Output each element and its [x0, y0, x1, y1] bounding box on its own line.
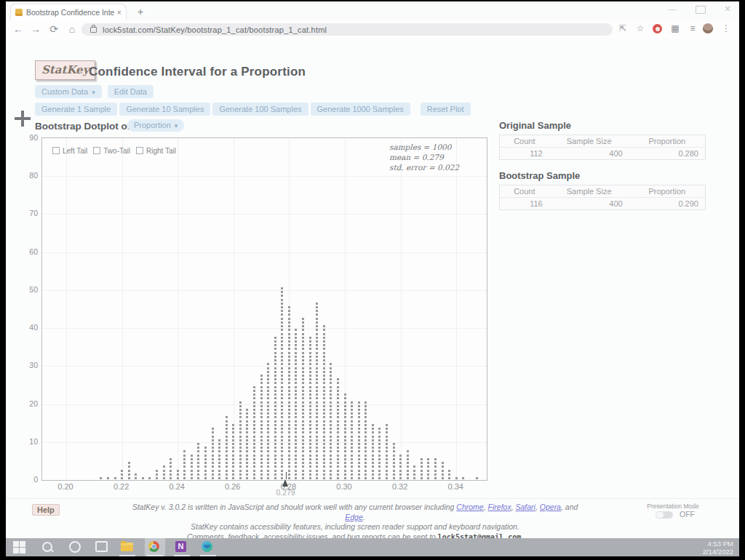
column-header: Proportion	[629, 187, 705, 196]
checkbox-label: Right Tail	[146, 147, 176, 155]
dotplot-dot	[226, 458, 228, 460]
dotplot-dot	[246, 450, 248, 452]
reset-plot-button[interactable]: Reset Plot	[421, 103, 471, 116]
reload-icon[interactable]: ⟳	[47, 23, 60, 36]
tail-checkbox-left-tail[interactable]: Left Tail	[52, 143, 87, 156]
browser-link-edge[interactable]: Edge	[345, 513, 363, 521]
bookmark-star-icon[interactable]: ☆	[634, 23, 646, 34]
dotplot-dot	[288, 371, 290, 373]
dotplot-canvas[interactable]	[41, 137, 487, 481]
edge-icon[interactable]	[202, 540, 215, 553]
dotplot-dot	[323, 333, 325, 335]
dotplot-dot	[274, 352, 276, 354]
extension-red-icon[interactable]	[653, 24, 662, 33]
maximize-button[interactable]	[696, 4, 704, 15]
browser-link-safari[interactable]: Safari	[516, 503, 535, 511]
file-explorer-icon[interactable]	[121, 540, 134, 553]
dotplot-dot	[316, 405, 318, 407]
custom-data-dropdown[interactable]: Custom Data	[35, 85, 102, 98]
lock-icon	[90, 27, 97, 33]
share-icon[interactable]: ⇱	[617, 23, 629, 34]
generate-samples-button[interactable]: Generate 100 Samples	[212, 103, 308, 116]
dotplot-dot	[309, 416, 311, 418]
generate-samples-button[interactable]: Generate 10 Samples	[119, 103, 210, 116]
dotplot-dot	[281, 447, 283, 449]
close-button[interactable]: ✕	[723, 4, 732, 15]
dotplot-dot	[288, 401, 290, 404]
dotplot-dot	[323, 416, 325, 418]
browser-link-opera[interactable]: Opera	[540, 503, 561, 511]
dotplot-dot	[148, 477, 151, 479]
checkbox-icon[interactable]	[93, 147, 100, 154]
dotplot-dot	[274, 455, 276, 457]
forward-icon[interactable]: →	[29, 23, 42, 36]
new-tab-button[interactable]: +	[134, 6, 147, 19]
tail-checkbox-right-tail[interactable]: Right Tail	[136, 143, 176, 156]
browser-link-firefox[interactable]: Firefox	[488, 503, 511, 511]
dotplot-dot	[204, 470, 207, 472]
dotplot-dot	[281, 393, 283, 396]
dotplot-dot	[142, 477, 144, 479]
generate-samples-button[interactable]: Generate 1 Sample	[35, 103, 117, 116]
extensions-puzzle-icon[interactable]: ▦	[669, 23, 681, 34]
dotplot-dot	[295, 450, 297, 452]
mean-marker-icon[interactable]	[282, 479, 288, 487]
dotplot-dot	[267, 397, 269, 399]
media-list-icon[interactable]: ≡	[687, 23, 698, 34]
back-icon[interactable]: ←	[12, 23, 25, 36]
dotplot-dot	[121, 473, 123, 476]
y-tick-label: 10	[19, 437, 38, 446]
dotplot-dot	[274, 359, 276, 361]
dotplot-dot	[323, 363, 325, 365]
task-view-icon[interactable]	[95, 540, 108, 553]
dotplot-dot	[288, 390, 290, 392]
dotplot-dot	[191, 477, 193, 479]
edit-data-button[interactable]: Edit Data	[108, 85, 154, 98]
tab-close-icon[interactable]: ×	[117, 8, 121, 17]
generate-samples-button[interactable]: Generate 1000 Samples	[311, 103, 410, 116]
browser-tab[interactable]: Bootstrap Confidence Interval fo ×	[10, 4, 127, 20]
taskbar-clock[interactable]: 4:53 PM 2/14/2022	[703, 540, 733, 556]
dotplot-dot	[316, 318, 318, 320]
dotplot-dot	[246, 409, 248, 411]
dotplot-dot	[191, 473, 193, 476]
checkbox-icon[interactable]	[136, 147, 143, 154]
start-button-icon[interactable]	[13, 540, 26, 553]
browser-menu-icon[interactable]: ⋮	[720, 23, 732, 34]
dotplot-dot	[260, 405, 263, 407]
dotplot-dot	[316, 424, 318, 426]
dotplot-dot	[267, 439, 269, 441]
dotplot-dot	[337, 390, 339, 392]
dotplot-dot	[344, 439, 346, 441]
dotplot-dot	[288, 321, 290, 324]
dotplot-dot	[344, 450, 346, 452]
browser-link-chrome[interactable]: Chrome	[456, 503, 483, 511]
dotplot-dot	[267, 428, 269, 430]
home-icon[interactable]: ⌂	[65, 23, 79, 36]
profile-avatar[interactable]	[703, 23, 713, 33]
tail-checkbox-two-tail[interactable]: Two-Tail	[93, 143, 130, 156]
dotplot-dot	[351, 458, 353, 460]
dotplot-dot	[274, 401, 276, 404]
dotplot-dot	[330, 431, 332, 433]
search-icon[interactable]	[41, 540, 54, 553]
dotplot-dot	[358, 465, 360, 468]
footer-line2: StatKey contains accessibility features,…	[122, 522, 588, 532]
help-button[interactable]: Help	[32, 504, 60, 516]
stat-line: mean = 0.279	[389, 152, 484, 162]
presentation-mode-toggle[interactable]	[656, 511, 673, 519]
url-bar[interactable]: lock5stat.com/StatKey/bootstrap_1_cat/bo…	[81, 23, 613, 36]
dotplot-dot	[295, 344, 297, 346]
dotplot-dot	[302, 340, 304, 343]
checkbox-icon[interactable]	[52, 147, 60, 154]
dotplot-dot	[351, 450, 353, 452]
dotplot-dot	[358, 470, 360, 472]
minimize-button[interactable]: —	[668, 4, 677, 15]
mouse-cursor-plus	[15, 111, 31, 127]
chrome-icon[interactable]	[148, 540, 162, 553]
dotplot-dot	[253, 409, 255, 411]
cortana-icon[interactable]	[68, 540, 81, 553]
statistic-dropdown[interactable]: Proportion	[127, 119, 184, 132]
onenote-icon[interactable]: N	[175, 540, 188, 553]
bootstrap-sample-title: Bootstrap Sample	[499, 170, 580, 181]
